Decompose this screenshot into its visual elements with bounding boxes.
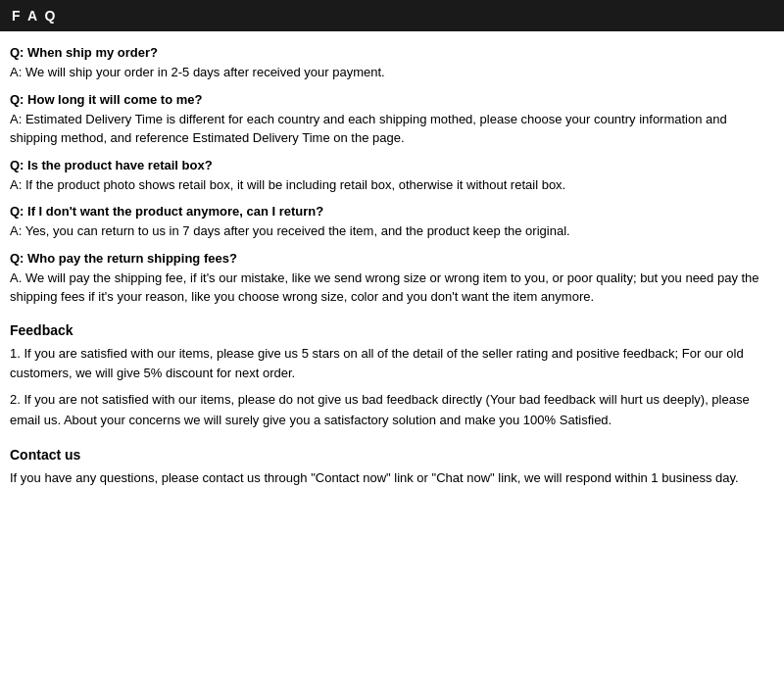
answer-4: A: Yes, you can return to us in 7 days a…	[10, 221, 774, 241]
faq-item-1: Q: When ship my order? A: We will ship y…	[10, 45, 774, 82]
faq-item-3: Q: Is the product have retail box? A: If…	[10, 158, 774, 195]
feedback-section: Feedback 1. If you are satisfied with ou…	[10, 322, 774, 431]
contact-text: If you have any questions, please contac…	[10, 468, 774, 489]
faq-header: F A Q	[0, 0, 784, 31]
question-1: Q: When ship my order?	[10, 45, 774, 60]
question-4: Q: If I don't want the product anymore, …	[10, 204, 774, 219]
answer-5: A. We will pay the shipping fee, if it's…	[10, 269, 774, 307]
main-content: Q: When ship my order? A: We will ship y…	[0, 41, 784, 492]
faq-item-2: Q: How long it will come to me? A: Estim…	[10, 92, 774, 148]
question-2: Q: How long it will come to me?	[10, 92, 774, 107]
contact-title: Contact us	[10, 447, 774, 463]
contact-section: Contact us If you have any questions, pl…	[10, 447, 774, 489]
answer-1: A: We will ship your order in 2-5 days a…	[10, 63, 774, 82]
faq-section: Q: When ship my order? A: We will ship y…	[10, 45, 774, 307]
answer-2: A: Estimated Delivery Time is different …	[10, 110, 774, 148]
feedback-point-1: 1. If you are satisfied with our items, …	[10, 344, 774, 385]
question-5: Q: Who pay the return shipping fees?	[10, 251, 774, 266]
feedback-point-2: 2. If you are not satisfied with our ite…	[10, 390, 774, 431]
answer-3: A: If the product photo shows retail box…	[10, 175, 774, 195]
feedback-title: Feedback	[10, 322, 774, 338]
faq-item-5: Q: Who pay the return shipping fees? A. …	[10, 251, 774, 307]
faq-item-4: Q: If I don't want the product anymore, …	[10, 204, 774, 241]
question-3: Q: Is the product have retail box?	[10, 158, 774, 172]
